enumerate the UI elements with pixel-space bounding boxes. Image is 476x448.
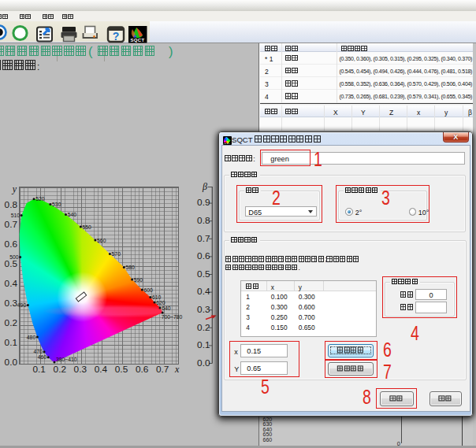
- svg-text:0.4: 0.4: [197, 286, 210, 297]
- svg-text:0.5: 0.5: [115, 364, 128, 375]
- svg-text:560: 560: [97, 238, 106, 243]
- svg-text:0.3: 0.3: [197, 304, 210, 315]
- svg-text:y: y: [12, 183, 17, 194]
- svg-text:0.1: 0.1: [197, 339, 210, 350]
- svg-text:0.2: 0.2: [197, 322, 210, 333]
- svg-text:0.0: 0.0: [197, 357, 210, 368]
- svg-text:0.7: 0.7: [5, 219, 17, 230]
- svg-text:470: 470: [33, 349, 43, 354]
- svg-text:590: 590: [134, 277, 143, 283]
- svg-text:490: 490: [17, 302, 27, 308]
- svg-text:0.4: 0.4: [5, 278, 18, 289]
- svg-text:0.8: 0.8: [197, 215, 210, 226]
- svg-text:530: 530: [52, 202, 61, 207]
- svg-text:510: 510: [11, 213, 20, 218]
- svg-text:540: 540: [68, 212, 77, 217]
- svg-text:0.6: 0.6: [5, 239, 18, 250]
- svg-text:600: 600: [144, 287, 154, 293]
- svg-text:x: x: [174, 364, 180, 375]
- svg-text:β: β: [202, 181, 207, 192]
- svg-text:0.1: 0.1: [32, 364, 45, 375]
- svg-text:0.1: 0.1: [5, 337, 17, 348]
- svg-text:700~780: 700~780: [162, 314, 183, 320]
- svg-text:480: 480: [27, 335, 36, 340]
- svg-text:520: 520: [35, 196, 45, 202]
- svg-text:0.6: 0.6: [197, 250, 210, 261]
- svg-text:0.3: 0.3: [74, 364, 87, 375]
- svg-text:460: 460: [38, 354, 47, 360]
- svg-text:580: 580: [126, 265, 136, 270]
- svg-text:380~410: 380~410: [56, 357, 77, 362]
- svg-text:0.6: 0.6: [136, 364, 149, 375]
- svg-text:0.2: 0.2: [5, 317, 17, 328]
- svg-text:0.5: 0.5: [5, 258, 18, 269]
- svg-text:500: 500: [9, 254, 19, 260]
- svg-text:570: 570: [112, 251, 121, 257]
- svg-text:0.7: 0.7: [197, 233, 210, 244]
- svg-text:0.5: 0.5: [197, 268, 210, 280]
- svg-text:0.2: 0.2: [54, 364, 66, 375]
- svg-text:0.4: 0.4: [95, 364, 108, 375]
- svg-text:0.0: 0.0: [5, 357, 18, 368]
- svg-text:640: 640: [162, 305, 171, 311]
- svg-text:SQCT: SQCT: [131, 38, 145, 43]
- svg-text:0.3: 0.3: [5, 298, 18, 309]
- svg-text:0.7: 0.7: [156, 364, 169, 375]
- svg-text:0.8: 0.8: [5, 199, 18, 210]
- svg-text:0.9: 0.9: [197, 197, 210, 208]
- svg-text:550: 550: [83, 224, 92, 230]
- svg-text:?: ?: [113, 29, 120, 42]
